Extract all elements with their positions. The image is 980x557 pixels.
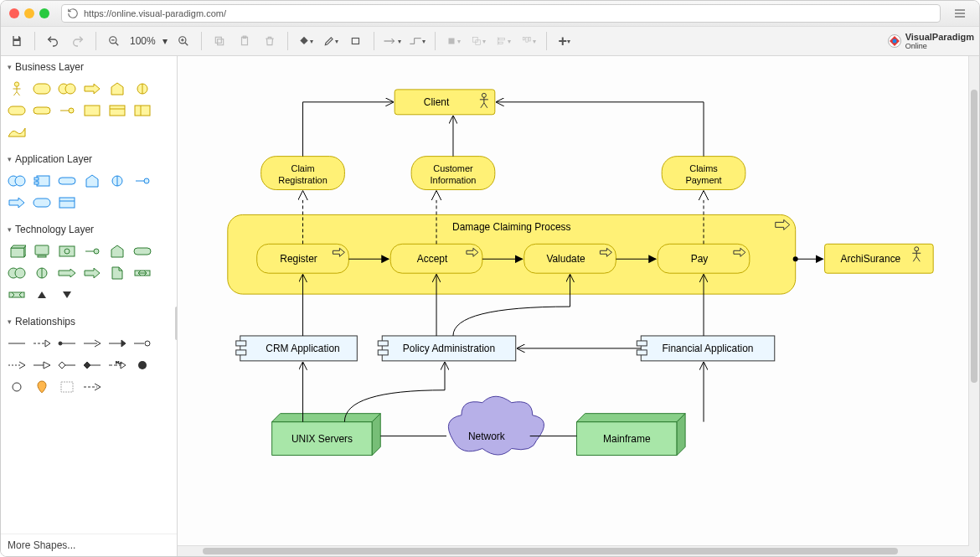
policy-admin-node[interactable]: Policy Administration xyxy=(378,336,515,361)
waypoint-button[interactable]: ▾ xyxy=(406,30,428,52)
rel-influence-shape[interactable]: R.. xyxy=(108,358,126,373)
customer-information-node[interactable]: Customer Information xyxy=(411,157,495,190)
rel-or-shape[interactable] xyxy=(8,379,26,395)
app-function-shape[interactable] xyxy=(83,173,101,188)
tech-collab-shape[interactable] xyxy=(8,266,26,281)
app-service-shape[interactable] xyxy=(58,173,76,188)
interface-shape[interactable] xyxy=(133,81,152,96)
register-node[interactable]: Register xyxy=(257,244,349,273)
section-application-layer[interactable]: ▾Application Layer xyxy=(1,148,177,170)
shadow-button[interactable] xyxy=(345,30,367,52)
app-collab-shape[interactable] xyxy=(8,173,26,188)
to-back-button[interactable]: ▾ xyxy=(467,30,489,52)
role-shape[interactable] xyxy=(33,81,51,96)
undo-button[interactable] xyxy=(42,30,64,52)
zoom-dropdown[interactable]: ▾ xyxy=(161,35,169,47)
minimize-window-button[interactable] xyxy=(24,8,34,18)
validate-node[interactable]: Valudate xyxy=(524,244,616,273)
section-relationships[interactable]: ▾Relationships xyxy=(1,311,177,333)
archisurance-node[interactable]: ArchiSurance xyxy=(825,244,934,273)
unix-servers-node[interactable]: UNIX Servers xyxy=(272,414,381,456)
rel-realize-shape[interactable] xyxy=(33,336,51,351)
app-interaction-shape[interactable] xyxy=(33,195,51,210)
tech-function-shape[interactable] xyxy=(108,244,126,259)
menu-button[interactable] xyxy=(949,3,971,24)
app-component-shape[interactable] xyxy=(33,173,51,188)
financial-app-node[interactable]: Financial Application xyxy=(637,336,774,361)
zoom-level[interactable]: 100% xyxy=(128,35,157,47)
more-shapes-button[interactable]: More Shapes... xyxy=(1,534,177,556)
to-front-button[interactable]: ▾ xyxy=(442,30,464,52)
archimate-diagram[interactable]: Client Claim Registration Customer Infor… xyxy=(178,56,979,556)
paste-button[interactable] xyxy=(234,30,255,52)
rel-aggr-shape[interactable] xyxy=(83,358,101,373)
network-node[interactable]: Network xyxy=(448,396,544,455)
edge[interactable] xyxy=(303,102,394,157)
claim-registration-node[interactable]: Claim Registration xyxy=(261,157,345,190)
zoom-in-button[interactable] xyxy=(173,30,194,52)
claims-payment-node[interactable]: Claims Payment xyxy=(662,157,745,190)
rel-assoc-shape[interactable] xyxy=(8,336,26,351)
rel-trigger-shape[interactable] xyxy=(108,336,126,351)
product-shape[interactable] xyxy=(83,103,101,118)
accept-node[interactable]: Accept xyxy=(390,244,482,273)
tech-service-shape[interactable] xyxy=(133,244,152,259)
node-shape[interactable] xyxy=(8,244,26,259)
close-window-button[interactable] xyxy=(9,8,19,18)
value-shape[interactable] xyxy=(8,125,26,140)
rel-spec-shape[interactable] xyxy=(33,358,51,373)
add-button[interactable]: +▾ xyxy=(554,30,575,52)
pay-node[interactable]: Pay xyxy=(658,244,750,273)
arrow-shape[interactable] xyxy=(83,81,101,96)
sys-software-shape[interactable] xyxy=(58,244,76,259)
tri-small-shape[interactable] xyxy=(33,287,51,302)
client-node[interactable]: Client xyxy=(395,90,495,115)
collab-shape[interactable] xyxy=(58,81,76,96)
scroll-thumb[interactable] xyxy=(971,90,977,383)
process-shape[interactable] xyxy=(8,103,26,118)
save-button[interactable] xyxy=(6,30,28,52)
tech-process-shape[interactable] xyxy=(58,266,76,281)
app-event-shape[interactable] xyxy=(133,173,152,188)
canvas-hscrollbar[interactable] xyxy=(178,545,979,556)
mainframe-node[interactable]: Mainframe xyxy=(577,414,686,456)
line-color-button[interactable]: ▾ xyxy=(320,30,342,52)
fill-color-button[interactable]: ▾ xyxy=(295,30,317,52)
edge[interactable] xyxy=(344,363,445,422)
contract-shape[interactable] xyxy=(108,103,126,118)
section-technology-layer[interactable]: ▾Technology Layer xyxy=(1,219,177,240)
tech-half-shape[interactable] xyxy=(33,266,51,281)
rel-loc-shape[interactable] xyxy=(33,379,51,395)
connector-style-button[interactable]: ▾ xyxy=(381,30,403,52)
representation-shape[interactable] xyxy=(133,103,152,118)
rel-flow-shape[interactable] xyxy=(8,358,26,373)
app-process-shape[interactable] xyxy=(8,195,26,210)
artifact-shape[interactable] xyxy=(108,266,126,281)
align-button[interactable]: ▾ xyxy=(493,30,514,52)
rel-comp-shape[interactable] xyxy=(58,358,76,373)
rel-access-shape[interactable] xyxy=(133,336,152,351)
device-shape[interactable] xyxy=(33,244,51,259)
rel-assign-shape[interactable] xyxy=(58,336,76,351)
event-shape[interactable] xyxy=(58,103,76,118)
tech-interface-shape[interactable] xyxy=(83,244,101,259)
maximize-window-button[interactable] xyxy=(39,8,49,18)
rel-junction-shape[interactable] xyxy=(133,358,152,373)
rel-used-shape[interactable] xyxy=(83,336,101,351)
app-data-shape[interactable] xyxy=(58,195,76,210)
crm-application-node[interactable]: CRM Application xyxy=(236,336,358,361)
rel-group-shape[interactable] xyxy=(58,379,76,395)
tri-small2-shape[interactable] xyxy=(58,287,76,302)
delete-button[interactable] xyxy=(259,30,281,52)
copy-button[interactable] xyxy=(209,30,230,52)
section-business-layer[interactable]: ▾Business Layer xyxy=(1,56,177,78)
path-shape[interactable] xyxy=(133,266,152,281)
scroll-thumb[interactable] xyxy=(203,548,898,554)
function-shape[interactable] xyxy=(108,81,126,96)
edge[interactable] xyxy=(497,102,704,157)
app-interface-shape[interactable] xyxy=(108,173,126,188)
address-bar[interactable]: https://online.visual-paradigm.com/ xyxy=(61,4,941,23)
canvas[interactable]: Client Claim Registration Customer Infor… xyxy=(178,56,979,556)
tech-event-shape[interactable] xyxy=(83,266,101,281)
distribute-button[interactable]: ▾ xyxy=(518,30,539,52)
